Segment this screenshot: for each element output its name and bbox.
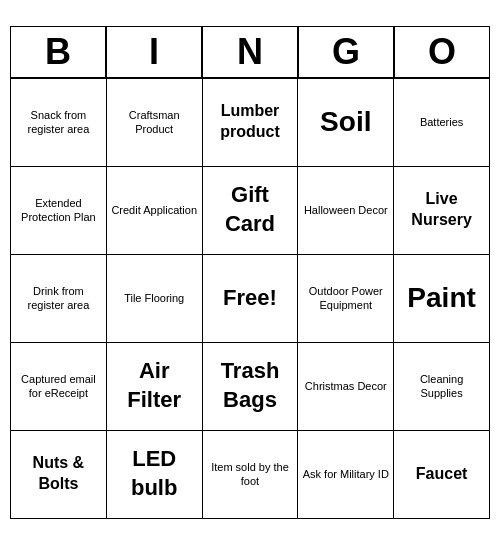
bingo-cell: Air Filter — [107, 343, 203, 431]
bingo-card: BINGO Snack from register areaCraftsman … — [10, 26, 490, 519]
bingo-cell: Nuts & Bolts — [11, 431, 107, 519]
bingo-cell: Snack from register area — [11, 79, 107, 167]
bingo-cell: Soil — [298, 79, 394, 167]
bingo-cell: Captured email for eReceipt — [11, 343, 107, 431]
bingo-cell: Item sold by the foot — [203, 431, 299, 519]
bingo-cell: Cleaning Supplies — [394, 343, 490, 431]
header-letter: O — [394, 26, 490, 78]
bingo-cell: Christmas Decor — [298, 343, 394, 431]
bingo-cell: Credit Application — [107, 167, 203, 255]
header-letter: I — [106, 26, 202, 78]
bingo-cell: Ask for Military ID — [298, 431, 394, 519]
bingo-cell: Batteries — [394, 79, 490, 167]
bingo-cell: Trash Bags — [203, 343, 299, 431]
header-letter: B — [10, 26, 106, 78]
bingo-cell: Free! — [203, 255, 299, 343]
header-letter: N — [202, 26, 298, 78]
bingo-cell: Gift Card — [203, 167, 299, 255]
bingo-cell: Extended Protection Plan — [11, 167, 107, 255]
bingo-cell: Faucet — [394, 431, 490, 519]
header-letter: G — [298, 26, 394, 78]
bingo-cell: Outdoor Power Equipment — [298, 255, 394, 343]
bingo-cell: Live Nursery — [394, 167, 490, 255]
bingo-cell: Paint — [394, 255, 490, 343]
bingo-cell: Craftsman Product — [107, 79, 203, 167]
bingo-cell: Drink from register area — [11, 255, 107, 343]
bingo-cell: LED bulb — [107, 431, 203, 519]
bingo-cell: Halloween Decor — [298, 167, 394, 255]
bingo-header: BINGO — [10, 26, 490, 78]
bingo-grid: Snack from register areaCraftsman Produc… — [10, 78, 490, 519]
bingo-cell: Lumber product — [203, 79, 299, 167]
bingo-cell: Tile Flooring — [107, 255, 203, 343]
